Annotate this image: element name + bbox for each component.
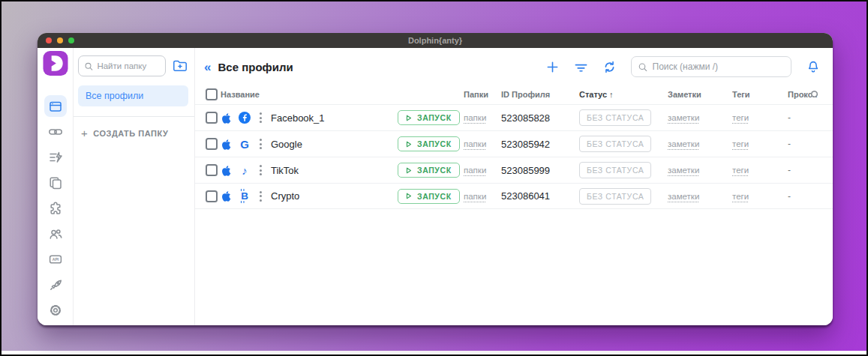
launch-button[interactable]: ЗАПУСК bbox=[398, 136, 460, 151]
refresh-icon bbox=[602, 60, 617, 74]
folder-search-input[interactable] bbox=[97, 61, 160, 70]
sidebar-item-team[interactable] bbox=[44, 223, 67, 245]
profile-name: Google bbox=[271, 139, 302, 150]
row-menu-kebab[interactable] bbox=[257, 190, 264, 203]
profile-row: B Crypto ЗАПУСК папки 523086041 БЕЗ СТАТ… bbox=[195, 183, 833, 209]
tags-link[interactable]: теги bbox=[732, 192, 788, 201]
plus-icon: + bbox=[81, 127, 88, 139]
proxy-value: - bbox=[788, 112, 833, 123]
collapse-panel-icon[interactable]: « bbox=[204, 61, 211, 73]
notifications-button[interactable] bbox=[806, 59, 821, 74]
facebook-icon bbox=[239, 112, 251, 124]
search-icon bbox=[638, 61, 648, 73]
play-icon bbox=[404, 192, 413, 200]
profile-row: Facebook_1 ЗАПУСК папки 523085828 БЕЗ СТ… bbox=[195, 104, 833, 130]
rocket-icon bbox=[48, 277, 63, 292]
column-header-folders[interactable]: Папки bbox=[464, 90, 501, 99]
row-menu-kebab[interactable] bbox=[257, 163, 264, 177]
profile-id: 523086041 bbox=[501, 190, 579, 202]
play-icon bbox=[404, 114, 413, 122]
row-checkbox[interactable] bbox=[206, 112, 218, 124]
status-button[interactable]: БЕЗ СТАТУСА bbox=[579, 136, 651, 152]
column-header-proxy[interactable]: Прокси bbox=[788, 89, 833, 99]
tiktok-icon: ♪ bbox=[239, 165, 251, 176]
profiles-search bbox=[631, 56, 791, 77]
folder-panel-divider bbox=[74, 116, 194, 117]
folders-link[interactable]: папки bbox=[464, 166, 501, 175]
column-header-name[interactable]: Название bbox=[221, 90, 398, 99]
notes-link[interactable]: заметки bbox=[668, 113, 732, 122]
tags-link[interactable]: теги bbox=[732, 113, 788, 122]
folders-link[interactable]: папки bbox=[464, 139, 501, 148]
sort-arrow-icon: ↑ bbox=[609, 90, 614, 99]
row-menu-kebab[interactable] bbox=[257, 137, 264, 151]
proxy-value: - bbox=[788, 165, 833, 175]
folders-link[interactable]: папки bbox=[464, 113, 501, 122]
status-button[interactable]: БЕЗ СТАТУСА bbox=[579, 162, 651, 178]
users-icon bbox=[48, 226, 63, 241]
sidebar-item-settings[interactable] bbox=[44, 300, 67, 322]
play-icon bbox=[404, 140, 413, 148]
tags-link[interactable]: теги bbox=[732, 139, 788, 148]
play-icon bbox=[404, 166, 413, 175]
wallpaper-bottom-strip bbox=[2, 351, 866, 355]
puzzle-icon bbox=[48, 201, 63, 216]
row-checkbox[interactable] bbox=[206, 190, 218, 202]
list-lightning-icon bbox=[48, 150, 63, 165]
filter-button[interactable] bbox=[574, 60, 588, 74]
apple-icon bbox=[221, 165, 232, 176]
column-header-status[interactable]: Статус↑ bbox=[579, 90, 668, 99]
proxy-value: - bbox=[788, 139, 833, 149]
notes-link[interactable]: заметки bbox=[668, 192, 732, 201]
apple-icon bbox=[221, 139, 232, 150]
window-title: Dolphin{anty} bbox=[38, 36, 833, 45]
apple-icon bbox=[221, 112, 232, 124]
filter-icon bbox=[574, 60, 588, 74]
row-checkbox[interactable] bbox=[206, 138, 218, 150]
profile-id: 523085999 bbox=[501, 165, 579, 176]
plus-icon bbox=[545, 60, 560, 74]
launch-button[interactable]: ЗАПУСК bbox=[398, 163, 460, 178]
launch-button[interactable]: ЗАПУСК bbox=[398, 110, 460, 125]
column-header-notes[interactable]: Заметки bbox=[668, 90, 732, 99]
gear-icon bbox=[48, 303, 63, 318]
select-all-checkbox[interactable] bbox=[206, 88, 218, 100]
search-icon bbox=[84, 61, 93, 72]
status-button[interactable]: БЕЗ СТАТУСА bbox=[579, 109, 651, 126]
create-folder-button[interactable]: + СОЗДАТЬ ПАПКУ bbox=[78, 127, 188, 139]
create-folder-label: СОЗДАТЬ ПАПКУ bbox=[93, 129, 168, 138]
add-folder-icon[interactable] bbox=[172, 58, 188, 74]
columns-settings-gear-icon[interactable] bbox=[809, 89, 819, 99]
folder-panel: Все профили + СОЗДАТЬ ПАПКУ bbox=[74, 48, 195, 325]
folder-search bbox=[78, 55, 166, 76]
notes-link[interactable]: заметки bbox=[668, 166, 732, 175]
sidebar-item-tabs[interactable] bbox=[44, 172, 67, 193]
profile-row: G Google ЗАПУСК папки 523085942 БЕЗ СТАТ… bbox=[195, 130, 833, 157]
tags-link[interactable]: теги bbox=[732, 166, 788, 175]
sidebar-item-api[interactable]: API bbox=[44, 249, 67, 271]
main-area: « Все профили bbox=[195, 48, 833, 325]
link-icon bbox=[48, 124, 63, 139]
column-header-tags[interactable]: Теги bbox=[732, 90, 788, 99]
sidebar-item-profiles[interactable] bbox=[44, 95, 67, 117]
status-button[interactable]: БЕЗ СТАТУСА bbox=[579, 188, 651, 205]
sidebar-item-automation[interactable] bbox=[44, 146, 67, 168]
column-header-id[interactable]: ID Профиля bbox=[501, 90, 579, 99]
notes-link[interactable]: заметки bbox=[668, 139, 732, 148]
profiles-search-input[interactable] bbox=[653, 61, 785, 72]
google-icon: G bbox=[239, 139, 251, 150]
folder-item-all-profiles[interactable]: Все профили bbox=[78, 85, 188, 106]
add-profile-button[interactable] bbox=[545, 60, 560, 74]
launch-button[interactable]: ЗАПУСК bbox=[398, 189, 460, 204]
refresh-button[interactable] bbox=[602, 60, 617, 74]
profile-name: Facebook_1 bbox=[271, 112, 325, 124]
main-header: « Все профили bbox=[195, 48, 833, 84]
sidebar-item-extensions[interactable] bbox=[44, 197, 67, 219]
sidebar-item-proxy[interactable] bbox=[44, 121, 67, 142]
profile-id: 523085828 bbox=[501, 112, 579, 124]
folders-link[interactable]: папки bbox=[464, 192, 501, 201]
row-checkbox[interactable] bbox=[206, 164, 218, 176]
sidebar-item-boost[interactable] bbox=[44, 274, 67, 296]
row-menu-kebab[interactable] bbox=[257, 111, 264, 124]
bitcoin-icon: B bbox=[239, 191, 251, 202]
